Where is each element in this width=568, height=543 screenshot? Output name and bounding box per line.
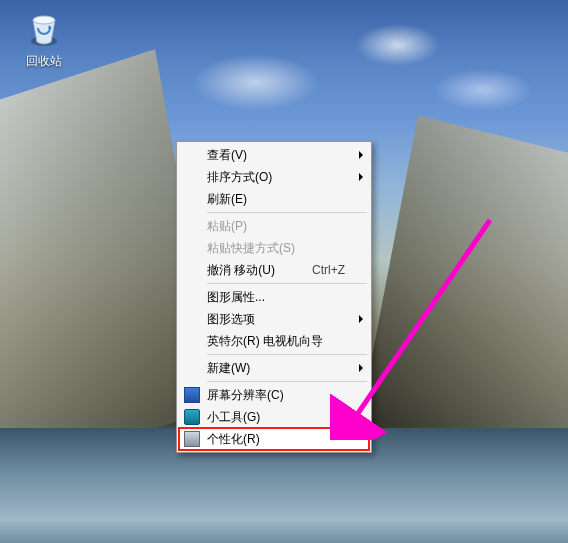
menu-undo-move-shortcut: Ctrl+Z xyxy=(312,263,351,277)
menu-separator xyxy=(207,212,367,213)
menu-graphics-properties[interactable]: 图形属性... xyxy=(179,286,369,308)
menu-sort[interactable]: 排序方式(O) xyxy=(179,166,369,188)
menu-refresh-label: 刷新(E) xyxy=(203,191,351,208)
desktop[interactable]: 回收站 查看(V) 排序方式(O) 刷新(E) 粘贴(P) 粘贴快捷方式(S) xyxy=(0,0,568,543)
recycle-bin-label: 回收站 xyxy=(26,54,62,68)
menu-view-label: 查看(V) xyxy=(203,147,351,164)
submenu-arrow-icon xyxy=(359,173,363,181)
menu-separator xyxy=(207,354,367,355)
menu-separator xyxy=(207,283,367,284)
menu-screen-resolution-label: 屏幕分辨率(C) xyxy=(203,387,351,404)
recycle-bin-icon xyxy=(12,8,76,51)
menu-personalize-label: 个性化(R) xyxy=(203,431,351,448)
menu-paste-label: 粘贴(P) xyxy=(203,218,351,235)
submenu-arrow-icon xyxy=(359,315,363,323)
menu-view[interactable]: 查看(V) xyxy=(179,144,369,166)
menu-paste-shortcut-label: 粘贴快捷方式(S) xyxy=(203,240,351,257)
menu-graphics-options-label: 图形选项 xyxy=(203,311,351,328)
recycle-bin[interactable]: 回收站 xyxy=(12,8,76,70)
svg-point-1 xyxy=(33,16,55,24)
menu-graphics-properties-label: 图形属性... xyxy=(203,289,351,306)
menu-gadgets[interactable]: 小工具(G) xyxy=(179,406,369,428)
menu-refresh[interactable]: 刷新(E) xyxy=(179,188,369,210)
menu-personalize[interactable]: 个性化(R) xyxy=(179,428,369,450)
personalize-icon xyxy=(184,431,200,447)
menu-new[interactable]: 新建(W) xyxy=(179,357,369,379)
menu-gadgets-label: 小工具(G) xyxy=(203,409,351,426)
menu-undo-move[interactable]: 撤消 移动(U) Ctrl+Z xyxy=(179,259,369,281)
monitor-icon xyxy=(184,387,200,403)
menu-intel-tv-wizard[interactable]: 英特尔(R) 电视机向导 xyxy=(179,330,369,352)
menu-new-label: 新建(W) xyxy=(203,360,351,377)
menu-undo-move-label: 撤消 移动(U) xyxy=(203,262,312,279)
menu-graphics-options[interactable]: 图形选项 xyxy=(179,308,369,330)
menu-sort-label: 排序方式(O) xyxy=(203,169,351,186)
gadget-icon xyxy=(184,409,200,425)
menu-paste: 粘贴(P) xyxy=(179,215,369,237)
submenu-arrow-icon xyxy=(359,364,363,372)
desktop-context-menu: 查看(V) 排序方式(O) 刷新(E) 粘贴(P) 粘贴快捷方式(S) 撤消 移… xyxy=(176,141,372,453)
menu-paste-shortcut: 粘贴快捷方式(S) xyxy=(179,237,369,259)
menu-intel-tv-wizard-label: 英特尔(R) 电视机向导 xyxy=(203,333,351,350)
menu-separator xyxy=(207,381,367,382)
menu-screen-resolution[interactable]: 屏幕分辨率(C) xyxy=(179,384,369,406)
submenu-arrow-icon xyxy=(359,151,363,159)
